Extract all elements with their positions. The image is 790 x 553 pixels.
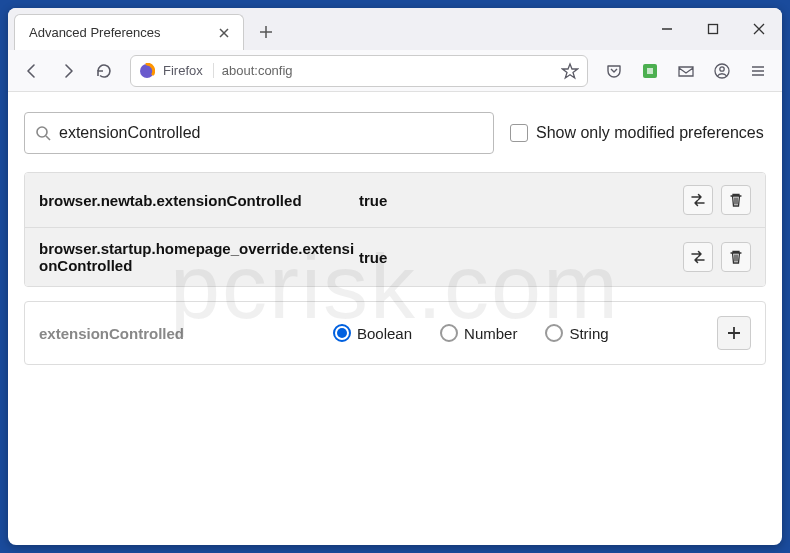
account-icon[interactable] [706, 55, 738, 87]
browser-window: Advanced Preferences [8, 8, 782, 545]
search-box[interactable] [24, 112, 494, 154]
about-config-content: Show only modified preferences browser.n… [8, 92, 782, 385]
new-tab-button[interactable] [252, 18, 280, 46]
checkbox-icon [510, 124, 528, 142]
pref-row: browser.newtab.extensionControlled true [25, 173, 765, 228]
radio-label: Boolean [357, 325, 412, 342]
add-preference-row: extensionControlled Boolean Number Strin… [24, 301, 766, 365]
window-controls [644, 8, 782, 50]
toggle-button[interactable] [683, 242, 713, 272]
pref-name: browser.startup.homepage_override.extens… [39, 240, 359, 274]
pref-value: true [359, 192, 683, 209]
back-button[interactable] [16, 55, 48, 87]
urlbar-brand: Firefox [163, 63, 214, 78]
delete-button[interactable] [721, 185, 751, 215]
inbox-icon[interactable] [670, 55, 702, 87]
pocket-icon[interactable] [598, 55, 630, 87]
search-row: Show only modified preferences [24, 112, 766, 154]
minimize-button[interactable] [644, 8, 690, 50]
type-radio-group: Boolean Number String [333, 324, 703, 342]
tab-title: Advanced Preferences [29, 25, 161, 40]
close-window-button[interactable] [736, 8, 782, 50]
toggle-button[interactable] [683, 185, 713, 215]
pref-actions [683, 242, 751, 272]
add-button[interactable] [717, 316, 751, 350]
maximize-button[interactable] [690, 8, 736, 50]
svg-point-5 [37, 127, 47, 137]
navigation-toolbar: Firefox about:config [8, 50, 782, 92]
pref-name: browser.newtab.extensionControlled [39, 192, 359, 209]
urlbar-text: about:config [222, 63, 293, 78]
reload-button[interactable] [88, 55, 120, 87]
close-tab-icon[interactable] [215, 24, 233, 42]
pref-value: true [359, 249, 683, 266]
preferences-table: browser.newtab.extensionControlled true … [24, 172, 766, 287]
app-menu-button[interactable] [742, 55, 774, 87]
extension-icon[interactable] [634, 55, 666, 87]
pref-actions [683, 185, 751, 215]
checkbox-label: Show only modified preferences [536, 124, 764, 142]
radio-boolean[interactable]: Boolean [333, 324, 412, 342]
radio-icon [333, 324, 351, 342]
search-input[interactable] [59, 124, 483, 142]
svg-rect-0 [709, 25, 718, 34]
tab-active[interactable]: Advanced Preferences [14, 14, 244, 50]
firefox-icon [139, 63, 155, 79]
radio-label: String [569, 325, 608, 342]
titlebar: Advanced Preferences [8, 8, 782, 50]
url-bar[interactable]: Firefox about:config [130, 55, 588, 87]
show-modified-checkbox[interactable]: Show only modified preferences [510, 124, 764, 142]
radio-label: Number [464, 325, 517, 342]
bookmark-star-icon[interactable] [561, 62, 579, 80]
forward-button[interactable] [52, 55, 84, 87]
radio-icon [545, 324, 563, 342]
pref-row: browser.startup.homepage_override.extens… [25, 228, 765, 286]
radio-string[interactable]: String [545, 324, 608, 342]
delete-button[interactable] [721, 242, 751, 272]
add-pref-name: extensionControlled [39, 325, 319, 342]
radio-icon [440, 324, 458, 342]
svg-point-4 [720, 66, 724, 70]
radio-number[interactable]: Number [440, 324, 517, 342]
search-icon [35, 125, 51, 141]
